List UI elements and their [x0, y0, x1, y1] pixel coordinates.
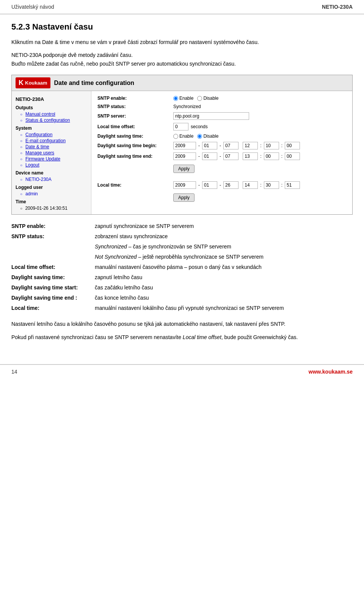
link-logout[interactable]: Logout	[25, 162, 39, 168]
sidebar-item-configuration[interactable]: ○ Configuration	[12, 132, 91, 138]
sntp-enable-radio-disable[interactable]: Disable	[197, 96, 218, 101]
daylight-begin-date-group: - - : :	[173, 142, 300, 149]
sidebar-item-date-time[interactable]: ○ Date & time	[12, 144, 91, 150]
bullet-icon: ○	[20, 133, 22, 137]
local-time-hour[interactable]	[243, 181, 258, 189]
description-table: SNTP enable: zapnutí synchronizace se SN…	[11, 222, 353, 314]
apply-button-2[interactable]: Apply	[173, 193, 195, 202]
daylight-begin-label: Daylight saving time begin:	[97, 143, 173, 148]
daylight-end-row: Daylight saving time end: - - :	[97, 152, 346, 160]
desc-def-sntp-enable: zapnutí synchronizace se SNTP serverem	[95, 222, 353, 232]
link-manual-control[interactable]: Manual control	[25, 112, 55, 117]
desc-row-daylight-end: Daylight saving time end : čas konce let…	[11, 293, 353, 303]
dash-9: -	[198, 182, 201, 188]
form-title: Date and time configuration	[54, 80, 135, 86]
logo-k: K	[19, 79, 24, 87]
desc-row-synchronized: Synchronized – čas je synchronizován se …	[11, 242, 353, 252]
daylight-end-hour[interactable]	[243, 152, 258, 160]
link-firmware-update[interactable]: Firmware Update	[25, 156, 60, 162]
sntp-status-label: SNTP status:	[97, 104, 173, 109]
sntp-enable-radio-input-disable[interactable]	[197, 96, 202, 101]
daylight-label-disable: Disable	[203, 134, 218, 139]
bottom-para2-part2: , bude použit Greenwichský čas.	[221, 334, 298, 340]
daylight-begin-month[interactable]	[202, 142, 217, 149]
ui-screenshot: K Koukaam Date and time configuration NE…	[11, 75, 353, 215]
bullet-icon: ○	[20, 118, 22, 123]
bullet-icon: ○	[20, 145, 22, 149]
sntp-enable-control: Enable Disable	[173, 96, 346, 101]
link-status-config[interactable]: Status & configuration	[25, 118, 70, 123]
apply-button-1[interactable]: Apply	[173, 165, 195, 173]
sidebar-logged-user-section: Logged user	[12, 182, 91, 191]
sidebar-outputs-label: Outputs	[12, 103, 91, 111]
local-time-sec[interactable]	[285, 181, 300, 189]
bottom-para2-part1: Pokud při nastavené synchronizaci času s…	[11, 334, 183, 340]
sntp-status-value: Synchronized	[173, 104, 346, 109]
section-title: Nastavení času	[32, 22, 93, 31]
link-date-time[interactable]: Date & time	[25, 144, 49, 149]
daylight-end-date-group: - - : :	[173, 152, 300, 160]
local-time-month[interactable]	[202, 181, 217, 189]
daylight-end-sec[interactable]	[285, 152, 300, 160]
daylight-begin-hour[interactable]	[243, 142, 258, 149]
daylight-radio-disable[interactable]: Disable	[197, 134, 218, 139]
dash-3: :	[259, 143, 262, 148]
daylight-radio-enable[interactable]: Enable	[173, 134, 193, 139]
header-left: Uživatelský návod	[11, 4, 54, 10]
dash-11: :	[259, 182, 262, 188]
local-time-control: - - : :	[173, 181, 346, 189]
desc-term-synchronized	[11, 242, 95, 252]
daylight-begin-min[interactable]	[264, 142, 279, 149]
daylight-end-min[interactable]	[264, 152, 279, 160]
dash-10: -	[219, 182, 222, 188]
local-time-min[interactable]	[264, 181, 279, 189]
sidebar-device-name: NETIO-230A	[12, 94, 91, 103]
ui-right-panel: SNTP enable: Enable Disable	[91, 91, 352, 214]
local-time-offset-input[interactable]	[173, 123, 188, 130]
daylight-radio-group: Enable Disable	[173, 134, 218, 139]
desc-row-not-synchronized: Not Synchronized – ještě neproběhla sync…	[11, 252, 353, 262]
daylight-radio-input-disable[interactable]	[197, 134, 202, 139]
local-time-day[interactable]	[223, 181, 238, 189]
desc-term-not-synchronized	[11, 252, 95, 262]
section-number: 5.2.3	[11, 22, 30, 31]
dash-12: :	[281, 182, 283, 188]
sidebar-item-email-config[interactable]: ○ E-mail configuration	[12, 138, 91, 144]
sidebar-item-manage-users[interactable]: ○ Manage users	[12, 150, 91, 156]
daylight-end-month[interactable]	[202, 152, 217, 160]
sidebar-item-logout[interactable]: ○ Logout	[12, 162, 91, 168]
daylight-begin-year[interactable]	[173, 142, 196, 149]
daylight-begin-day[interactable]	[223, 142, 238, 149]
desc-term-sntp-status: SNTP status:	[11, 232, 95, 242]
sidebar-item-firmware-update[interactable]: ○ Firmware Update	[12, 156, 91, 162]
daylight-saving-control: Enable Disable	[173, 134, 346, 139]
desc-def-daylight-start: čas začátku letního času	[95, 283, 353, 293]
separator	[97, 178, 346, 181]
bullet-icon: ○	[20, 206, 22, 211]
logo-text: Koukaam	[25, 80, 47, 86]
device-name-text: NETIO-230A	[25, 177, 52, 182]
daylight-begin-sec[interactable]	[285, 142, 300, 149]
desc-def-not-synchronized: Not Synchronized – ještě neproběhla sync…	[95, 252, 353, 262]
sidebar-system-label: System	[12, 123, 91, 132]
daylight-begin-row: Daylight saving time begin: - - :	[97, 142, 346, 149]
sntp-enable-radio-enable[interactable]: Enable	[173, 96, 193, 101]
link-configuration[interactable]: Configuration	[25, 132, 52, 137]
sidebar-item-manual-control[interactable]: ○ Manual control	[12, 111, 91, 117]
daylight-end-day[interactable]	[223, 152, 238, 160]
desc-term-local-offset: Local time offset:	[11, 262, 95, 273]
bottom-paragraph-1: Nastavení letního času a lokálního časov…	[11, 320, 353, 328]
desc-row-daylight-saving: Daylight saving time: zapnutí letního ča…	[11, 273, 353, 283]
sntp-enable-radio-input-enable[interactable]	[173, 96, 178, 101]
daylight-radio-input-enable[interactable]	[173, 134, 178, 139]
sntp-server-control	[173, 112, 346, 120]
desc-row-daylight-start: Daylight saving time start: čas začátku …	[11, 283, 353, 293]
daylight-end-year[interactable]	[173, 152, 196, 160]
daylight-begin-control: - - : :	[173, 142, 346, 149]
desc-def-local-time: manuální nastavení lokálního času při vy…	[95, 303, 353, 314]
link-manage-users[interactable]: Manage users	[25, 150, 54, 156]
sntp-server-input[interactable]	[173, 112, 249, 120]
sidebar-item-status-config[interactable]: ○ Status & configuration	[12, 117, 91, 123]
link-email-config[interactable]: E-mail configuration	[25, 138, 66, 143]
local-time-year[interactable]	[173, 181, 196, 189]
